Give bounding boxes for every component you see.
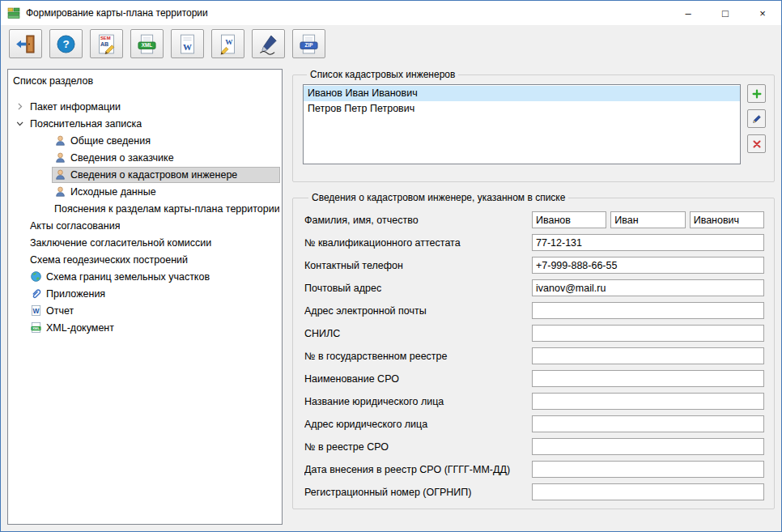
email-input[interactable] [532, 302, 764, 319]
tree-item-source-data[interactable]: Исходные данные [10, 183, 280, 200]
tree-item-approval-acts[interactable]: Акты согласования [10, 217, 280, 234]
person-icon [54, 185, 66, 198]
tree-item-general-info[interactable]: Общие сведения [10, 132, 280, 149]
tree-item-report[interactable]: Отчет [10, 302, 280, 319]
last-name-input[interactable] [532, 211, 606, 228]
tree-item-label: Приложения [46, 288, 105, 300]
tree-item-geodetic-constructions-scheme[interactable]: Схема геодезических построений [10, 251, 280, 268]
tree-item-land-plots-borders-scheme[interactable]: Схема границ земельных участков [10, 268, 280, 285]
ab-glyph: AB [100, 41, 108, 48]
email-label: Адрес электронной почты [304, 305, 532, 317]
word-template-button[interactable]: W [211, 29, 244, 58]
add-engineer-button[interactable] [747, 84, 766, 103]
edit-engineer-button[interactable] [747, 109, 766, 128]
sem-glyph: SEM [100, 36, 111, 40]
tree-item-information-package[interactable]: Пакет информации [10, 98, 280, 115]
main-area: Список разделов Пакет информации Пояснит… [1, 62, 781, 531]
form-row-legal-entity-name: Название юридического лица [304, 393, 764, 410]
window-controls: – □ × [669, 1, 781, 25]
ogrnip-input[interactable] [532, 483, 764, 500]
app-window: Формирование карты-плана территории – □ … [0, 0, 782, 532]
engineer-list-item[interactable]: Петров Петр Петрович [304, 101, 740, 117]
qualification-certificate-input[interactable] [532, 234, 764, 251]
tree-item-map-plan-sections-notes[interactable]: Пояснения к разделам карты-плана террито… [10, 200, 280, 217]
legal-entity-address-label: Адрес юридического лица [304, 419, 532, 430]
word-export-button[interactable]: W [171, 29, 204, 58]
tree-item-label: Сведения о заказчике [70, 152, 174, 164]
sro-register-date-input[interactable] [532, 461, 764, 478]
sections-panel: Список разделов Пакет информации Пояснит… [7, 69, 283, 525]
sem-template-button[interactable]: SEM AB [90, 29, 123, 58]
xml-export-icon: XML [136, 33, 158, 55]
form-row-sro-name: Наименование СРО [304, 370, 764, 387]
maximize-button[interactable]: □ [707, 1, 744, 25]
toolbar: ? SEM AB XML [1, 25, 781, 62]
sro-register-number-label: № в реестре СРО [304, 441, 532, 453]
sro-register-number-input[interactable] [532, 438, 764, 455]
minimize-button[interactable]: – [669, 1, 707, 25]
first-name-input[interactable] [610, 211, 685, 228]
signature-button[interactable] [252, 29, 285, 58]
zip-archive-icon: ZIP [298, 33, 320, 55]
tree-item-label: Схема геодезических построений [30, 254, 188, 266]
sections-panel-title: Список разделов [10, 73, 280, 98]
xml-document-icon [30, 321, 42, 334]
legal-entity-name-input[interactable] [532, 393, 764, 410]
xml-glyph: XML [142, 42, 152, 48]
plus-icon [751, 88, 763, 100]
delete-engineer-button[interactable] [747, 134, 766, 153]
form-row-state-register-number: № в государственном реестре [304, 347, 764, 364]
qualification-certificate-label: № квалификационного аттестата [304, 237, 532, 249]
word-glyph: W [225, 37, 233, 45]
sro-name-label: Наименование СРО [304, 373, 532, 385]
sem-template-icon: SEM AB [96, 33, 117, 55]
snils-input[interactable] [532, 325, 764, 342]
app-icon [7, 6, 20, 19]
tree-item-engineer-info[interactable]: Сведения о кадастровом инженере [10, 166, 280, 183]
sro-name-input[interactable] [532, 370, 764, 387]
contact-phone-input[interactable] [532, 257, 764, 274]
form-row-sro-register-date: Дата внесения в реестр СРО (ГГГГ-ММ-ДД) [304, 461, 764, 478]
tree-item-label: Сведения о кадастровом инженере [70, 169, 237, 181]
attachment-icon [30, 287, 42, 300]
engineer-details-groupbox: Сведения о кадастровом инженере, указанн… [292, 192, 775, 509]
legal-entity-address-input[interactable] [532, 415, 764, 432]
word-export-icon: W [176, 33, 198, 55]
zip-export-button[interactable]: ZIP [292, 29, 325, 58]
question-glyph: ? [62, 38, 69, 50]
form-row-email: Адрес электронной почты [304, 302, 764, 319]
engineers-listbox[interactable]: Иванов Иван Иванович Петров Петр Петрови… [303, 84, 741, 164]
chevron-right-icon [15, 101, 25, 112]
engineer-list-item[interactable]: Иванов Иван Иванович [304, 86, 740, 101]
snils-label: СНИЛС [304, 328, 532, 339]
tree-item-customer-info[interactable]: Сведения о заказчике [10, 149, 280, 166]
tree-item-attachments[interactable]: Приложения [10, 285, 280, 302]
middle-name-input[interactable] [690, 211, 764, 228]
form-row-snils: СНИЛС [304, 325, 764, 342]
xml-export-button[interactable]: XML [130, 29, 164, 58]
word-document-icon [30, 304, 42, 317]
state-register-number-input[interactable] [532, 347, 764, 364]
fio-label: Фамилия, имя, отчество [304, 215, 532, 226]
sro-register-date-label: Дата внесения в реестр СРО (ГГГГ-ММ-ДД) [304, 464, 532, 475]
tree-item-xml-document[interactable]: XML-документ [10, 319, 280, 336]
contact-phone-label: Контактный телефон [304, 260, 532, 271]
state-register-number-label: № в государственном реестре [304, 351, 532, 362]
cross-icon [751, 138, 763, 150]
postal-address-input[interactable] [532, 279, 764, 296]
form-row-ogrnip: Регистрационный номер (ОГРНИП) [304, 483, 764, 500]
tree-item-label: Исходные данные [70, 186, 156, 198]
signature-pen-icon [257, 33, 279, 55]
tree-item-explanatory-note[interactable]: Пояснительная записка [10, 115, 280, 132]
legal-entity-name-label: Название юридического лица [304, 396, 532, 407]
help-button[interactable]: ? [49, 29, 83, 58]
engineer-list-actions [747, 84, 766, 164]
engineers-group-title: Список кадастровых инженеров [307, 69, 458, 80]
tree-item-conciliation-commission-conclusion[interactable]: Заключение согласительной комиссии [10, 234, 280, 251]
form-row-fio: Фамилия, имя, отчество [304, 211, 764, 228]
person-icon [54, 168, 66, 181]
pencil-icon [751, 113, 763, 125]
exit-button[interactable] [9, 29, 42, 58]
close-button[interactable]: × [744, 1, 781, 25]
tree-item-label: Пояснительная записка [30, 118, 142, 130]
